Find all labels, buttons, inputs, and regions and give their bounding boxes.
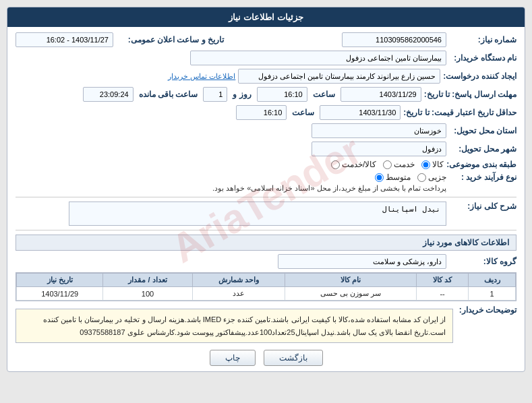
mohlat-roz-input[interactable]: [203, 87, 227, 102]
roz-label: روز و: [233, 90, 251, 99]
cell-radif: 1: [469, 287, 516, 301]
sherh-label: شرح کلی نیاز:: [449, 202, 516, 211]
shomare-niaz-label: شماره نیاز:: [449, 35, 516, 44]
ijad-konande-input[interactable]: [238, 69, 440, 84]
radio-jozi[interactable]: جزیی: [417, 173, 446, 182]
radio-khadamat-input[interactable]: [383, 160, 392, 169]
saaat-label-1: ساعت: [313, 90, 335, 99]
radio-kala-khadamat-input[interactable]: [331, 160, 340, 169]
mohlat-label: مهلت ارسال پاسخ: تا تاریخ:: [424, 90, 516, 99]
col-code: کد کالا: [416, 274, 468, 287]
radio-kala[interactable]: کالا: [421, 160, 444, 169]
items-table-wrapper: ردیف کد کالا نام کالا واحد شمارش تعداد /…: [16, 272, 516, 301]
col-date: تاریخ نیاز: [17, 274, 103, 287]
group-label: گروه کالا:: [449, 257, 516, 266]
col-count: تعداد / مقدار: [103, 274, 192, 287]
ostan-input[interactable]: [312, 123, 446, 138]
nam-dastgah-input[interactable]: [190, 51, 446, 65]
mande-label: ساعت باقی مانده: [139, 90, 198, 99]
noe-farand-note: پرداخت تمام با بخشی از مبلغ خرید،از محل …: [212, 184, 446, 193]
tarikh-input[interactable]: [16, 32, 113, 47]
mohlat-mande-input[interactable]: [83, 87, 134, 102]
radio-jozi-label: جزیی: [428, 173, 446, 182]
col-unit: واحد شمارش: [192, 274, 285, 287]
cell-name: سر سوزن بی حسی: [285, 287, 416, 301]
mohlat-date-input[interactable]: [341, 87, 421, 102]
tabaghe-radio-group: کالا خدمت کالا/خدمت: [331, 160, 444, 169]
table-row: 1--سر سوزن بی حسیعدد1001403/11/29: [17, 287, 516, 301]
ostan-label: استان محل تحویل:: [449, 126, 516, 135]
shomare-niaz-input[interactable]: [342, 32, 446, 47]
tabaghe-label: طبقه بندی موضوعی:: [446, 160, 516, 169]
col-radif: ردیف: [469, 274, 516, 287]
ijad-konande-label: ایجاد کننده درخواست:: [443, 71, 516, 81]
radio-motovaset-input[interactable]: [375, 173, 384, 182]
radio-motovaset[interactable]: متوسط: [375, 173, 411, 182]
items-table: ردیف کد کالا نام کالا واحد شمارش تعداد /…: [16, 273, 516, 301]
radio-khadamat[interactable]: خدمت: [383, 160, 415, 169]
group-input[interactable]: [278, 254, 446, 269]
cell-count: 100: [103, 287, 192, 301]
radio-jozi-input[interactable]: [417, 173, 426, 182]
radio-kala-khadamat-label: کالا/خدمت: [342, 160, 376, 169]
back-button[interactable]: بازگشت: [264, 350, 323, 366]
page-title: جزئیات اطلاعات نیاز: [7, 7, 525, 27]
nam-dastgah-label: نام دستگاه خریدار:: [449, 53, 516, 63]
noe-farand-radio-group: جزیی متوسط: [212, 173, 446, 182]
radio-kala-khadamat[interactable]: کالا/خدمت: [331, 160, 376, 169]
print-button[interactable]: چاپ: [210, 350, 256, 366]
footer-buttons: بازگشت چاپ: [16, 350, 516, 366]
hadaksar-date-input[interactable]: [320, 105, 401, 120]
info-title: اطلاعات کالاهای مورد نیاز: [16, 235, 516, 251]
noe-farand-label: نوع فرآیند خرید :: [449, 173, 516, 182]
buyer-note: از ایران کد مشابه استفاده شده،کالا با کی…: [16, 309, 453, 343]
radio-motovaset-label: متوسط: [386, 173, 411, 182]
shahr-input[interactable]: [312, 142, 446, 156]
cell-unit: عدد: [192, 287, 285, 301]
sherh-textarea[interactable]: [69, 202, 446, 226]
mohlat-saaat-input[interactable]: [257, 87, 307, 102]
tarikh-label: تاریخ و ساعت اعلان عمومی:: [116, 35, 224, 44]
radio-kala-input[interactable]: [421, 160, 430, 169]
saaat-label-2: ساعت: [292, 108, 314, 117]
hadaksar-saaat-input[interactable]: [236, 105, 287, 120]
cell-code: --: [416, 287, 468, 301]
radio-kala-label: کالا: [432, 160, 444, 169]
col-name: نام کالا: [285, 274, 416, 287]
hadaksar-label: حداقل تاریخ اعتبار قیمت: تا تاریخ:: [403, 108, 516, 117]
shahr-label: شهر محل تحویل:: [449, 144, 516, 154]
cell-date: 1403/11/29: [17, 287, 103, 301]
radio-khadamat-label: خدمت: [394, 160, 415, 169]
buyer-note-label: توضیحات خریدار:: [456, 305, 516, 315]
tamas-kharidar-link[interactable]: اطلاعات تماس خریدار: [168, 72, 235, 81]
